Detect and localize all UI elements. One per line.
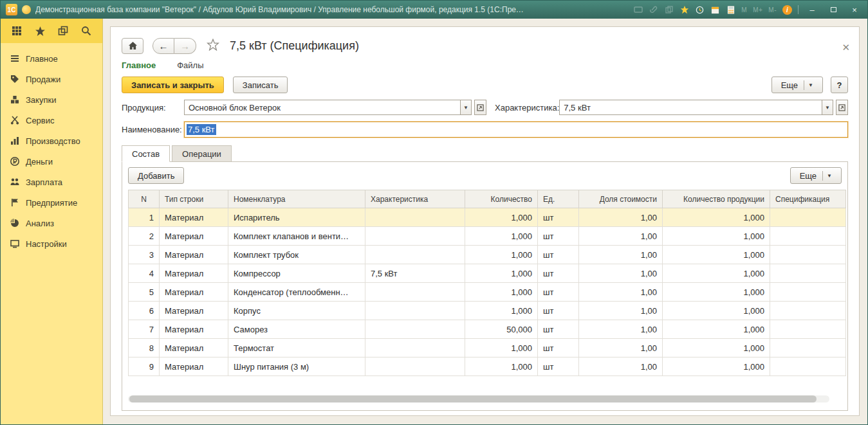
cell-prod_qty[interactable]: 1,000 [663, 208, 770, 227]
column-header-cost-share[interactable]: Доля стоимости [579, 190, 663, 208]
cell-n[interactable]: 3 [129, 246, 160, 264]
sidebar-item-main[interactable]: Главное [1, 48, 102, 69]
cell-item[interactable]: Корпус [228, 302, 365, 320]
sidebar-item-salary[interactable]: Зарплата [1, 172, 102, 192]
cell-spec[interactable] [770, 227, 846, 246]
home-button[interactable] [122, 38, 143, 54]
close-form-icon[interactable]: ✕ [842, 42, 850, 52]
column-header-n[interactable]: N [129, 190, 160, 208]
scrollbar-thumb[interactable] [129, 395, 817, 402]
cell-char[interactable] [365, 302, 465, 320]
cell-item[interactable]: Термостат [228, 339, 365, 357]
horizontal-scrollbar[interactable] [128, 395, 829, 402]
cell-unit[interactable]: шт [538, 283, 579, 302]
cell-spec[interactable] [770, 339, 846, 357]
column-header-unit[interactable]: Ед. [538, 190, 579, 208]
cell-n[interactable]: 8 [129, 339, 160, 357]
cell-item[interactable]: Саморез [228, 320, 365, 339]
cell-item[interactable]: Компрессор [228, 264, 365, 283]
favorites-star-icon[interactable] [679, 5, 689, 14]
cell-unit[interactable]: шт [538, 264, 579, 283]
column-header-item[interactable]: Номенклатура [228, 190, 365, 208]
cell-spec[interactable] [770, 283, 846, 302]
cell-item[interactable]: Шнур питания (3 м) [228, 357, 365, 376]
tab-main[interactable]: Главное [122, 60, 156, 70]
tab-operations[interactable]: Операции [172, 145, 232, 162]
sidebar-item-money[interactable]: Деньги [1, 151, 102, 172]
copy-icon[interactable] [664, 5, 674, 14]
cell-n[interactable]: 4 [129, 264, 160, 283]
cell-share[interactable]: 1,00 [579, 357, 663, 376]
tab-composition[interactable]: Состав [122, 145, 170, 162]
table-row[interactable]: 2МатериалКомплект клапанов и венти…1,000… [129, 227, 846, 246]
cell-spec[interactable] [770, 264, 846, 283]
search-icon[interactable] [80, 25, 92, 37]
cell-type[interactable]: Материал [160, 320, 228, 339]
cell-n[interactable]: 6 [129, 302, 160, 320]
favorite-star-icon[interactable] [207, 39, 219, 53]
name-input[interactable]: 7,5 кВт [184, 122, 848, 138]
cell-unit[interactable]: шт [538, 208, 579, 227]
help-button[interactable]: ? [831, 77, 848, 93]
table-row[interactable]: 1МатериалИспаритель1,000шт1,001,000 [129, 208, 846, 227]
cell-qty[interactable]: 1,000 [465, 302, 538, 320]
more-button[interactable]: Еще▼ [771, 77, 823, 93]
cell-qty[interactable]: 50,000 [465, 320, 538, 339]
cell-qty[interactable]: 1,000 [465, 264, 538, 283]
cell-char[interactable] [365, 246, 465, 264]
cell-share[interactable]: 1,00 [579, 283, 663, 302]
column-header-row-type[interactable]: Тип строки [160, 190, 228, 208]
cell-share[interactable]: 1,00 [579, 208, 663, 227]
sidebar-item-sales[interactable]: Продажи [1, 69, 102, 89]
cell-item[interactable]: Испаритель [228, 208, 365, 227]
cell-spec[interactable] [770, 246, 846, 264]
cell-type[interactable]: Материал [160, 264, 228, 283]
favorites-icon[interactable] [34, 25, 46, 37]
table-row[interactable]: 5МатериалКонденсатор (теплообменн…1,000ш… [129, 283, 846, 302]
sidebar-item-analysis[interactable]: Анализ [1, 213, 102, 233]
table-row[interactable]: 8МатериалТермостат1,000шт1,001,000 [129, 339, 846, 357]
cell-qty[interactable]: 1,000 [465, 227, 538, 246]
cell-prod_qty[interactable]: 1,000 [663, 227, 770, 246]
cell-share[interactable]: 1,00 [579, 339, 663, 357]
cell-type[interactable]: Материал [160, 357, 228, 376]
cell-unit[interactable]: шт [538, 302, 579, 320]
cell-type[interactable]: Материал [160, 283, 228, 302]
cell-char[interactable] [365, 320, 465, 339]
table-row[interactable]: 6МатериалКорпус1,000шт1,001,000 [129, 302, 846, 320]
close-window-button[interactable]: × [847, 3, 862, 16]
cell-prod_qty[interactable]: 1,000 [663, 320, 770, 339]
info-icon[interactable]: i [782, 5, 792, 15]
cell-type[interactable]: Материал [160, 302, 228, 320]
cell-char[interactable] [365, 283, 465, 302]
attach-icon[interactable] [649, 5, 658, 14]
table-row[interactable]: 7МатериалСаморез50,000шт1,001,000 [129, 320, 846, 339]
product-dropdown-icon[interactable]: ▼ [461, 100, 472, 115]
cell-type[interactable]: Материал [160, 208, 228, 227]
cell-char[interactable] [365, 208, 465, 227]
cell-share[interactable]: 1,00 [579, 227, 663, 246]
table-more-button[interactable]: Еще▼ [790, 167, 842, 184]
cell-char[interactable]: 7,5 кВт [365, 264, 465, 283]
cell-share[interactable]: 1,00 [579, 246, 663, 264]
cell-n[interactable]: 9 [129, 357, 160, 376]
characteristic-open-icon[interactable] [836, 100, 848, 115]
cell-type[interactable]: Материал [160, 246, 228, 264]
cell-item[interactable]: Комплект клапанов и венти… [228, 227, 365, 246]
table-row[interactable]: 3МатериалКомплект трубок1,000шт1,001,000 [129, 246, 846, 264]
column-header-characteristic[interactable]: Характеристика [365, 190, 465, 208]
cell-type[interactable]: Материал [160, 227, 228, 246]
column-header-quantity[interactable]: Количество [465, 190, 538, 208]
cell-unit[interactable]: шт [538, 227, 579, 246]
column-header-specification[interactable]: Спецификация [770, 190, 846, 208]
cell-spec[interactable] [770, 357, 846, 376]
cell-share[interactable]: 1,00 [579, 264, 663, 283]
history-icon[interactable] [695, 5, 705, 14]
cell-item[interactable]: Комплект трубок [228, 246, 365, 264]
cell-prod_qty[interactable]: 1,000 [663, 264, 770, 283]
cell-qty[interactable]: 1,000 [465, 357, 538, 376]
cell-unit[interactable]: шт [538, 246, 579, 264]
sidebar-item-production[interactable]: Производство [1, 131, 102, 151]
cell-qty[interactable]: 1,000 [465, 283, 538, 302]
cell-prod_qty[interactable]: 1,000 [663, 283, 770, 302]
